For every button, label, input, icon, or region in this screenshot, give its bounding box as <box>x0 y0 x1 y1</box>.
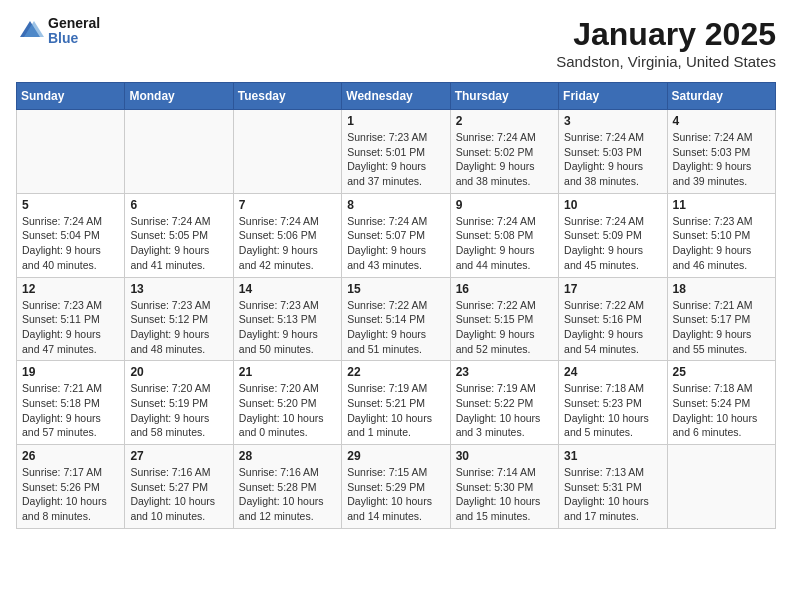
calendar-cell: 24Sunrise: 7:18 AM Sunset: 5:23 PM Dayli… <box>559 361 667 445</box>
cell-content: Sunrise: 7:16 AM Sunset: 5:27 PM Dayligh… <box>130 465 227 524</box>
day-number: 31 <box>564 449 661 463</box>
calendar-cell: 30Sunrise: 7:14 AM Sunset: 5:30 PM Dayli… <box>450 445 558 529</box>
day-number: 17 <box>564 282 661 296</box>
day-number: 6 <box>130 198 227 212</box>
calendar-cell: 18Sunrise: 7:21 AM Sunset: 5:17 PM Dayli… <box>667 277 775 361</box>
day-number: 4 <box>673 114 770 128</box>
day-number: 30 <box>456 449 553 463</box>
calendar-header: SundayMondayTuesdayWednesdayThursdayFrid… <box>17 83 776 110</box>
cell-content: Sunrise: 7:16 AM Sunset: 5:28 PM Dayligh… <box>239 465 336 524</box>
calendar-cell: 31Sunrise: 7:13 AM Sunset: 5:31 PM Dayli… <box>559 445 667 529</box>
header-friday: Friday <box>559 83 667 110</box>
calendar-cell: 13Sunrise: 7:23 AM Sunset: 5:12 PM Dayli… <box>125 277 233 361</box>
day-number: 12 <box>22 282 119 296</box>
day-number: 24 <box>564 365 661 379</box>
cell-content: Sunrise: 7:24 AM Sunset: 5:06 PM Dayligh… <box>239 214 336 273</box>
cell-content: Sunrise: 7:24 AM Sunset: 5:07 PM Dayligh… <box>347 214 444 273</box>
cell-content: Sunrise: 7:24 AM Sunset: 5:03 PM Dayligh… <box>673 130 770 189</box>
day-number: 15 <box>347 282 444 296</box>
cell-content: Sunrise: 7:24 AM Sunset: 5:04 PM Dayligh… <box>22 214 119 273</box>
day-number: 27 <box>130 449 227 463</box>
cell-content: Sunrise: 7:18 AM Sunset: 5:23 PM Dayligh… <box>564 381 661 440</box>
cell-content: Sunrise: 7:21 AM Sunset: 5:17 PM Dayligh… <box>673 298 770 357</box>
cell-content: Sunrise: 7:22 AM Sunset: 5:14 PM Dayligh… <box>347 298 444 357</box>
cell-content: Sunrise: 7:24 AM Sunset: 5:03 PM Dayligh… <box>564 130 661 189</box>
calendar-cell: 20Sunrise: 7:20 AM Sunset: 5:19 PM Dayli… <box>125 361 233 445</box>
page-header: General Blue January 2025 Sandston, Virg… <box>16 16 776 70</box>
cell-content: Sunrise: 7:23 AM Sunset: 5:13 PM Dayligh… <box>239 298 336 357</box>
day-number: 1 <box>347 114 444 128</box>
calendar-cell: 14Sunrise: 7:23 AM Sunset: 5:13 PM Dayli… <box>233 277 341 361</box>
calendar-cell: 4Sunrise: 7:24 AM Sunset: 5:03 PM Daylig… <box>667 110 775 194</box>
day-number: 28 <box>239 449 336 463</box>
cell-content: Sunrise: 7:23 AM Sunset: 5:11 PM Dayligh… <box>22 298 119 357</box>
calendar-cell: 2Sunrise: 7:24 AM Sunset: 5:02 PM Daylig… <box>450 110 558 194</box>
day-number: 7 <box>239 198 336 212</box>
calendar-cell: 16Sunrise: 7:22 AM Sunset: 5:15 PM Dayli… <box>450 277 558 361</box>
cell-content: Sunrise: 7:24 AM Sunset: 5:05 PM Dayligh… <box>130 214 227 273</box>
day-number: 11 <box>673 198 770 212</box>
cell-content: Sunrise: 7:23 AM Sunset: 5:10 PM Dayligh… <box>673 214 770 273</box>
cell-content: Sunrise: 7:24 AM Sunset: 5:08 PM Dayligh… <box>456 214 553 273</box>
day-number: 8 <box>347 198 444 212</box>
cell-content: Sunrise: 7:24 AM Sunset: 5:02 PM Dayligh… <box>456 130 553 189</box>
week-row-2: 12Sunrise: 7:23 AM Sunset: 5:11 PM Dayli… <box>17 277 776 361</box>
cell-content: Sunrise: 7:20 AM Sunset: 5:19 PM Dayligh… <box>130 381 227 440</box>
header-wednesday: Wednesday <box>342 83 450 110</box>
calendar-cell: 27Sunrise: 7:16 AM Sunset: 5:27 PM Dayli… <box>125 445 233 529</box>
day-number: 29 <box>347 449 444 463</box>
calendar-cell: 23Sunrise: 7:19 AM Sunset: 5:22 PM Dayli… <box>450 361 558 445</box>
logo: General Blue <box>16 16 100 47</box>
header-saturday: Saturday <box>667 83 775 110</box>
header-row: SundayMondayTuesdayWednesdayThursdayFrid… <box>17 83 776 110</box>
calendar-cell: 10Sunrise: 7:24 AM Sunset: 5:09 PM Dayli… <box>559 193 667 277</box>
calendar-cell: 11Sunrise: 7:23 AM Sunset: 5:10 PM Dayli… <box>667 193 775 277</box>
location: Sandston, Virginia, United States <box>556 53 776 70</box>
cell-content: Sunrise: 7:23 AM Sunset: 5:01 PM Dayligh… <box>347 130 444 189</box>
week-row-4: 26Sunrise: 7:17 AM Sunset: 5:26 PM Dayli… <box>17 445 776 529</box>
cell-content: Sunrise: 7:19 AM Sunset: 5:21 PM Dayligh… <box>347 381 444 440</box>
calendar-cell: 19Sunrise: 7:21 AM Sunset: 5:18 PM Dayli… <box>17 361 125 445</box>
cell-content: Sunrise: 7:24 AM Sunset: 5:09 PM Dayligh… <box>564 214 661 273</box>
day-number: 22 <box>347 365 444 379</box>
day-number: 18 <box>673 282 770 296</box>
calendar-cell: 9Sunrise: 7:24 AM Sunset: 5:08 PM Daylig… <box>450 193 558 277</box>
cell-content: Sunrise: 7:17 AM Sunset: 5:26 PM Dayligh… <box>22 465 119 524</box>
calendar-cell: 22Sunrise: 7:19 AM Sunset: 5:21 PM Dayli… <box>342 361 450 445</box>
month-title: January 2025 <box>556 16 776 53</box>
calendar-cell: 29Sunrise: 7:15 AM Sunset: 5:29 PM Dayli… <box>342 445 450 529</box>
calendar-cell: 7Sunrise: 7:24 AM Sunset: 5:06 PM Daylig… <box>233 193 341 277</box>
cell-content: Sunrise: 7:13 AM Sunset: 5:31 PM Dayligh… <box>564 465 661 524</box>
calendar-cell: 15Sunrise: 7:22 AM Sunset: 5:14 PM Dayli… <box>342 277 450 361</box>
calendar-cell <box>125 110 233 194</box>
cell-content: Sunrise: 7:20 AM Sunset: 5:20 PM Dayligh… <box>239 381 336 440</box>
header-tuesday: Tuesday <box>233 83 341 110</box>
cell-content: Sunrise: 7:22 AM Sunset: 5:15 PM Dayligh… <box>456 298 553 357</box>
logo-blue: Blue <box>48 31 100 46</box>
day-number: 10 <box>564 198 661 212</box>
day-number: 16 <box>456 282 553 296</box>
logo-text: General Blue <box>48 16 100 47</box>
day-number: 25 <box>673 365 770 379</box>
week-row-1: 5Sunrise: 7:24 AM Sunset: 5:04 PM Daylig… <box>17 193 776 277</box>
day-number: 9 <box>456 198 553 212</box>
calendar-cell: 8Sunrise: 7:24 AM Sunset: 5:07 PM Daylig… <box>342 193 450 277</box>
day-number: 13 <box>130 282 227 296</box>
day-number: 3 <box>564 114 661 128</box>
header-sunday: Sunday <box>17 83 125 110</box>
logo-general: General <box>48 16 100 31</box>
week-row-0: 1Sunrise: 7:23 AM Sunset: 5:01 PM Daylig… <box>17 110 776 194</box>
calendar-cell: 1Sunrise: 7:23 AM Sunset: 5:01 PM Daylig… <box>342 110 450 194</box>
day-number: 5 <box>22 198 119 212</box>
calendar-cell <box>233 110 341 194</box>
day-number: 2 <box>456 114 553 128</box>
calendar-cell <box>667 445 775 529</box>
day-number: 14 <box>239 282 336 296</box>
day-number: 19 <box>22 365 119 379</box>
header-thursday: Thursday <box>450 83 558 110</box>
logo-icon <box>16 17 44 45</box>
calendar-body: 1Sunrise: 7:23 AM Sunset: 5:01 PM Daylig… <box>17 110 776 529</box>
calendar-cell: 3Sunrise: 7:24 AM Sunset: 5:03 PM Daylig… <box>559 110 667 194</box>
cell-content: Sunrise: 7:15 AM Sunset: 5:29 PM Dayligh… <box>347 465 444 524</box>
calendar-cell: 6Sunrise: 7:24 AM Sunset: 5:05 PM Daylig… <box>125 193 233 277</box>
